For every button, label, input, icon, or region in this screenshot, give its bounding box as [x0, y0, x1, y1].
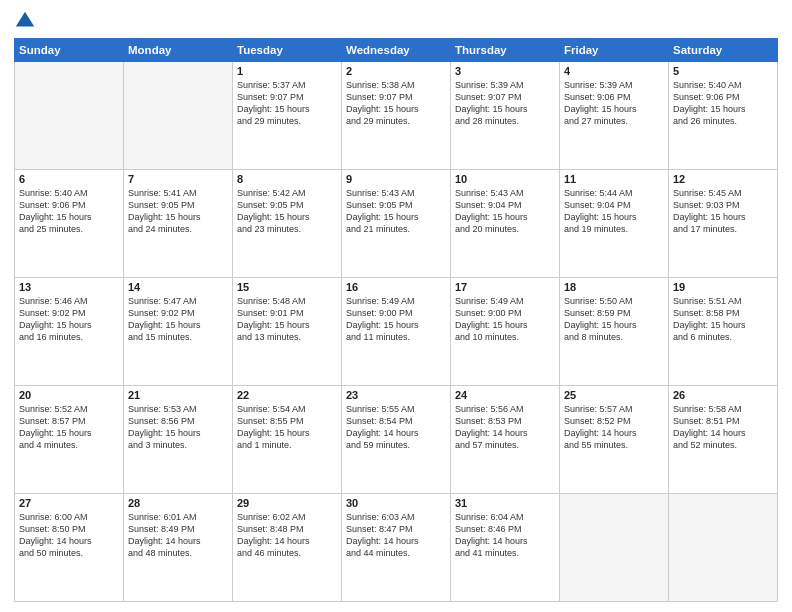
header: [14, 10, 778, 32]
day-number: 19: [673, 281, 773, 293]
cell-content: Sunrise: 5:45 AM Sunset: 9:03 PM Dayligh…: [673, 187, 773, 236]
calendar-header-saturday: Saturday: [669, 39, 778, 62]
day-number: 17: [455, 281, 555, 293]
calendar-header-friday: Friday: [560, 39, 669, 62]
cell-content: Sunrise: 5:56 AM Sunset: 8:53 PM Dayligh…: [455, 403, 555, 452]
calendar-table: SundayMondayTuesdayWednesdayThursdayFrid…: [14, 38, 778, 602]
day-number: 3: [455, 65, 555, 77]
cell-content: Sunrise: 5:49 AM Sunset: 9:00 PM Dayligh…: [455, 295, 555, 344]
cell-content: Sunrise: 5:55 AM Sunset: 8:54 PM Dayligh…: [346, 403, 446, 452]
calendar-cell: 22Sunrise: 5:54 AM Sunset: 8:55 PM Dayli…: [233, 386, 342, 494]
day-number: 10: [455, 173, 555, 185]
calendar-cell: 30Sunrise: 6:03 AM Sunset: 8:47 PM Dayli…: [342, 494, 451, 602]
calendar-cell: [124, 62, 233, 170]
cell-content: Sunrise: 5:53 AM Sunset: 8:56 PM Dayligh…: [128, 403, 228, 452]
cell-content: Sunrise: 5:42 AM Sunset: 9:05 PM Dayligh…: [237, 187, 337, 236]
day-number: 21: [128, 389, 228, 401]
day-number: 12: [673, 173, 773, 185]
day-number: 9: [346, 173, 446, 185]
calendar-cell: 19Sunrise: 5:51 AM Sunset: 8:58 PM Dayli…: [669, 278, 778, 386]
calendar-cell: 14Sunrise: 5:47 AM Sunset: 9:02 PM Dayli…: [124, 278, 233, 386]
cell-content: Sunrise: 5:48 AM Sunset: 9:01 PM Dayligh…: [237, 295, 337, 344]
day-number: 27: [19, 497, 119, 509]
calendar-cell: 18Sunrise: 5:50 AM Sunset: 8:59 PM Dayli…: [560, 278, 669, 386]
calendar-cell: 15Sunrise: 5:48 AM Sunset: 9:01 PM Dayli…: [233, 278, 342, 386]
day-number: 18: [564, 281, 664, 293]
day-number: 26: [673, 389, 773, 401]
day-number: 24: [455, 389, 555, 401]
calendar-week-1: 1Sunrise: 5:37 AM Sunset: 9:07 PM Daylig…: [15, 62, 778, 170]
calendar-cell: 13Sunrise: 5:46 AM Sunset: 9:02 PM Dayli…: [15, 278, 124, 386]
calendar-cell: [15, 62, 124, 170]
cell-content: Sunrise: 6:02 AM Sunset: 8:48 PM Dayligh…: [237, 511, 337, 560]
day-number: 6: [19, 173, 119, 185]
calendar-cell: 28Sunrise: 6:01 AM Sunset: 8:49 PM Dayli…: [124, 494, 233, 602]
calendar-header-monday: Monday: [124, 39, 233, 62]
calendar-cell: 6Sunrise: 5:40 AM Sunset: 9:06 PM Daylig…: [15, 170, 124, 278]
day-number: 1: [237, 65, 337, 77]
logo-icon: [14, 10, 36, 32]
calendar-cell: 8Sunrise: 5:42 AM Sunset: 9:05 PM Daylig…: [233, 170, 342, 278]
calendar-cell: 29Sunrise: 6:02 AM Sunset: 8:48 PM Dayli…: [233, 494, 342, 602]
calendar-cell: 9Sunrise: 5:43 AM Sunset: 9:05 PM Daylig…: [342, 170, 451, 278]
cell-content: Sunrise: 6:04 AM Sunset: 8:46 PM Dayligh…: [455, 511, 555, 560]
calendar-cell: 12Sunrise: 5:45 AM Sunset: 9:03 PM Dayli…: [669, 170, 778, 278]
calendar-week-2: 6Sunrise: 5:40 AM Sunset: 9:06 PM Daylig…: [15, 170, 778, 278]
cell-content: Sunrise: 5:43 AM Sunset: 9:05 PM Dayligh…: [346, 187, 446, 236]
cell-content: Sunrise: 5:49 AM Sunset: 9:00 PM Dayligh…: [346, 295, 446, 344]
calendar-header-sunday: Sunday: [15, 39, 124, 62]
day-number: 25: [564, 389, 664, 401]
calendar-cell: 11Sunrise: 5:44 AM Sunset: 9:04 PM Dayli…: [560, 170, 669, 278]
cell-content: Sunrise: 5:43 AM Sunset: 9:04 PM Dayligh…: [455, 187, 555, 236]
logo: [14, 10, 38, 32]
day-number: 15: [237, 281, 337, 293]
cell-content: Sunrise: 6:00 AM Sunset: 8:50 PM Dayligh…: [19, 511, 119, 560]
day-number: 16: [346, 281, 446, 293]
day-number: 11: [564, 173, 664, 185]
calendar-cell: 10Sunrise: 5:43 AM Sunset: 9:04 PM Dayli…: [451, 170, 560, 278]
calendar-cell: 21Sunrise: 5:53 AM Sunset: 8:56 PM Dayli…: [124, 386, 233, 494]
cell-content: Sunrise: 5:58 AM Sunset: 8:51 PM Dayligh…: [673, 403, 773, 452]
day-number: 13: [19, 281, 119, 293]
calendar-cell: 4Sunrise: 5:39 AM Sunset: 9:06 PM Daylig…: [560, 62, 669, 170]
calendar-cell: 25Sunrise: 5:57 AM Sunset: 8:52 PM Dayli…: [560, 386, 669, 494]
calendar-header-thursday: Thursday: [451, 39, 560, 62]
calendar-cell: 5Sunrise: 5:40 AM Sunset: 9:06 PM Daylig…: [669, 62, 778, 170]
cell-content: Sunrise: 5:52 AM Sunset: 8:57 PM Dayligh…: [19, 403, 119, 452]
cell-content: Sunrise: 6:01 AM Sunset: 8:49 PM Dayligh…: [128, 511, 228, 560]
day-number: 31: [455, 497, 555, 509]
day-number: 4: [564, 65, 664, 77]
day-number: 7: [128, 173, 228, 185]
cell-content: Sunrise: 5:57 AM Sunset: 8:52 PM Dayligh…: [564, 403, 664, 452]
day-number: 22: [237, 389, 337, 401]
calendar-cell: 27Sunrise: 6:00 AM Sunset: 8:50 PM Dayli…: [15, 494, 124, 602]
calendar-cell: 26Sunrise: 5:58 AM Sunset: 8:51 PM Dayli…: [669, 386, 778, 494]
cell-content: Sunrise: 6:03 AM Sunset: 8:47 PM Dayligh…: [346, 511, 446, 560]
cell-content: Sunrise: 5:37 AM Sunset: 9:07 PM Dayligh…: [237, 79, 337, 128]
calendar-cell: 2Sunrise: 5:38 AM Sunset: 9:07 PM Daylig…: [342, 62, 451, 170]
calendar-cell: 24Sunrise: 5:56 AM Sunset: 8:53 PM Dayli…: [451, 386, 560, 494]
calendar-cell: 20Sunrise: 5:52 AM Sunset: 8:57 PM Dayli…: [15, 386, 124, 494]
calendar-header-tuesday: Tuesday: [233, 39, 342, 62]
cell-content: Sunrise: 5:44 AM Sunset: 9:04 PM Dayligh…: [564, 187, 664, 236]
day-number: 20: [19, 389, 119, 401]
calendar-week-4: 20Sunrise: 5:52 AM Sunset: 8:57 PM Dayli…: [15, 386, 778, 494]
calendar-cell: 17Sunrise: 5:49 AM Sunset: 9:00 PM Dayli…: [451, 278, 560, 386]
cell-content: Sunrise: 5:54 AM Sunset: 8:55 PM Dayligh…: [237, 403, 337, 452]
cell-content: Sunrise: 5:46 AM Sunset: 9:02 PM Dayligh…: [19, 295, 119, 344]
cell-content: Sunrise: 5:39 AM Sunset: 9:07 PM Dayligh…: [455, 79, 555, 128]
calendar-cell: [669, 494, 778, 602]
calendar-header-row: SundayMondayTuesdayWednesdayThursdayFrid…: [15, 39, 778, 62]
day-number: 30: [346, 497, 446, 509]
calendar-cell: 16Sunrise: 5:49 AM Sunset: 9:00 PM Dayli…: [342, 278, 451, 386]
calendar-cell: 7Sunrise: 5:41 AM Sunset: 9:05 PM Daylig…: [124, 170, 233, 278]
calendar-cell: 31Sunrise: 6:04 AM Sunset: 8:46 PM Dayli…: [451, 494, 560, 602]
calendar-cell: 1Sunrise: 5:37 AM Sunset: 9:07 PM Daylig…: [233, 62, 342, 170]
calendar-cell: [560, 494, 669, 602]
day-number: 14: [128, 281, 228, 293]
cell-content: Sunrise: 5:38 AM Sunset: 9:07 PM Dayligh…: [346, 79, 446, 128]
svg-marker-0: [16, 12, 34, 27]
cell-content: Sunrise: 5:50 AM Sunset: 8:59 PM Dayligh…: [564, 295, 664, 344]
calendar-header-wednesday: Wednesday: [342, 39, 451, 62]
cell-content: Sunrise: 5:41 AM Sunset: 9:05 PM Dayligh…: [128, 187, 228, 236]
